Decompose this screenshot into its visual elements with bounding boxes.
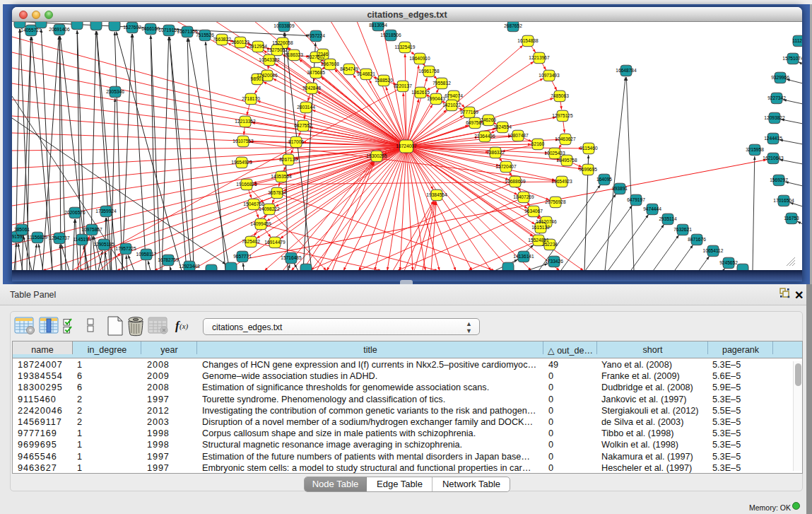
svg-text:3912954: 3912954 (249, 44, 267, 49)
svg-text:16782759: 16782759 (158, 257, 179, 262)
svg-text:9115460: 9115460 (579, 146, 598, 151)
svg-text:893891: 893891 (612, 186, 628, 191)
svg-text:116753: 116753 (784, 216, 799, 221)
svg-text:10688609: 10688609 (505, 179, 526, 184)
svg-text:9634067: 9634067 (524, 209, 543, 214)
svg-text:15226058: 15226058 (272, 40, 293, 45)
svg-text:18640910: 18640910 (409, 56, 430, 61)
svg-text:7955812: 7955812 (433, 81, 451, 86)
svg-text:12923448: 12923448 (179, 264, 200, 269)
svg-text:6427552: 6427552 (294, 123, 312, 128)
svg-text:12942737: 12942737 (49, 235, 70, 240)
svg-text:11325419: 11325419 (395, 45, 416, 49)
svg-text:16961758: 16961758 (418, 69, 440, 74)
svg-text:10807487: 10807487 (507, 133, 529, 138)
svg-text:3215958: 3215958 (746, 147, 764, 152)
svg-text:15751074: 15751074 (782, 56, 802, 61)
svg-text:16210643: 16210643 (763, 156, 784, 160)
svg-text:7357224: 7357224 (307, 33, 325, 38)
svg-text:20206576: 20206576 (64, 210, 86, 215)
svg-text:391591: 391591 (12, 234, 25, 239)
svg-text:1421022: 1421022 (442, 103, 461, 107)
svg-text:1733426: 1733426 (545, 259, 563, 264)
svg-text:12213967: 12213967 (529, 55, 550, 60)
svg-text:7663822: 7663822 (213, 37, 231, 42)
svg-text:6466160: 6466160 (141, 26, 160, 31)
svg-text:13275052: 13275052 (266, 47, 288, 52)
svg-text:18724007: 18724007 (396, 144, 417, 148)
svg-text:19654923: 19654923 (551, 179, 572, 184)
svg-text:2967608: 2967608 (321, 62, 339, 66)
svg-text:9245652: 9245652 (719, 260, 738, 265)
svg-text:7625402: 7625402 (242, 239, 260, 244)
svg-text:12213352: 12213352 (235, 119, 256, 124)
svg-text:10958117: 10958117 (136, 252, 157, 257)
svg-text:9242848: 9242848 (302, 86, 321, 90)
svg-text:16120746: 16120746 (536, 219, 557, 224)
svg-text:19218506: 19218506 (380, 33, 401, 37)
svg-text:16671355: 16671355 (177, 29, 198, 34)
svg-text:3660123: 3660123 (231, 40, 249, 45)
svg-text:1527602: 1527602 (123, 25, 141, 30)
svg-text:3824554: 3824554 (493, 124, 512, 129)
svg-text:2718170: 2718170 (242, 96, 260, 101)
svg-text:8471676: 8471676 (688, 237, 706, 242)
svg-text:17957225: 17957225 (115, 246, 136, 251)
svg-text:17359924: 17359924 (95, 209, 117, 214)
svg-text:7632621: 7632621 (673, 227, 692, 232)
svg-text:9146821: 9146821 (357, 71, 375, 76)
svg-text:10107553: 10107553 (233, 139, 254, 144)
svg-text:10025433: 10025433 (544, 151, 565, 156)
svg-text:14098222: 14098222 (259, 206, 280, 211)
svg-text:19166825: 19166825 (236, 182, 257, 187)
svg-text:8267130: 8267130 (279, 157, 298, 162)
svg-text:385061: 385061 (14, 227, 30, 232)
svg-text:8186323: 8186323 (285, 52, 303, 57)
svg-text:(x): (x) (180, 322, 189, 331)
svg-text:10654112: 10654112 (703, 248, 724, 253)
svg-text:2687652: 2687652 (504, 23, 522, 28)
svg-text:10973493: 10973493 (539, 73, 560, 78)
svg-text:15716485: 15716485 (281, 255, 302, 260)
svg-text:3657834: 3657834 (268, 190, 286, 195)
svg-text:12975125: 12975125 (552, 113, 573, 118)
svg-text:18300295: 18300295 (366, 153, 387, 158)
svg-text:746266: 746266 (481, 117, 496, 122)
svg-text:14099459: 14099459 (250, 221, 271, 226)
svg-text:14055721: 14055721 (20, 28, 42, 33)
svg-text:9699695: 9699695 (579, 167, 597, 172)
svg-text:7485063: 7485063 (551, 93, 569, 98)
svg-text:8220137: 8220137 (394, 83, 412, 88)
svg-text:10975867: 10975867 (81, 227, 102, 232)
svg-text:12093822: 12093822 (764, 115, 785, 120)
svg-text:1244415: 1244415 (764, 136, 782, 141)
svg-text:14353554: 14353554 (271, 174, 292, 179)
svg-text:252234: 252234 (542, 242, 558, 247)
svg-text:9227342: 9227342 (767, 95, 786, 100)
svg-text:20691406: 20691406 (49, 27, 70, 32)
svg-text:1145194: 1145194 (73, 237, 91, 242)
svg-text:817006: 817006 (288, 139, 304, 144)
svg-text:2305346: 2305346 (106, 89, 124, 94)
svg-text:164095: 164095 (596, 177, 612, 182)
svg-text:16914479: 16914479 (264, 240, 286, 245)
svg-text:18407269: 18407269 (513, 194, 534, 199)
svg-text:18495758: 18495758 (556, 158, 577, 163)
svg-text:19654923: 19654923 (231, 160, 252, 165)
svg-text:1588520: 1588520 (375, 78, 393, 83)
svg-text:2803144: 2803144 (297, 105, 315, 110)
svg-text:9657771: 9657771 (233, 254, 252, 259)
svg-text:9474444: 9474444 (643, 206, 661, 211)
svg-text:6794074: 6794074 (445, 93, 463, 98)
svg-text:1569297: 1569297 (770, 177, 788, 182)
svg-text:20756928: 20756928 (545, 199, 566, 204)
svg-text:8813054: 8813054 (369, 23, 387, 28)
svg-text:17016504: 17016504 (773, 198, 794, 203)
svg-text:1362615: 1362615 (411, 90, 430, 95)
svg-text:15720407: 15720407 (495, 164, 517, 169)
svg-text:98901: 98901 (251, 76, 264, 81)
svg-text:7386322: 7386322 (486, 150, 505, 155)
svg-text:11156829: 11156829 (28, 235, 48, 240)
svg-text:10033809: 10033809 (273, 23, 295, 28)
svg-text:15046768: 15046768 (243, 201, 264, 206)
